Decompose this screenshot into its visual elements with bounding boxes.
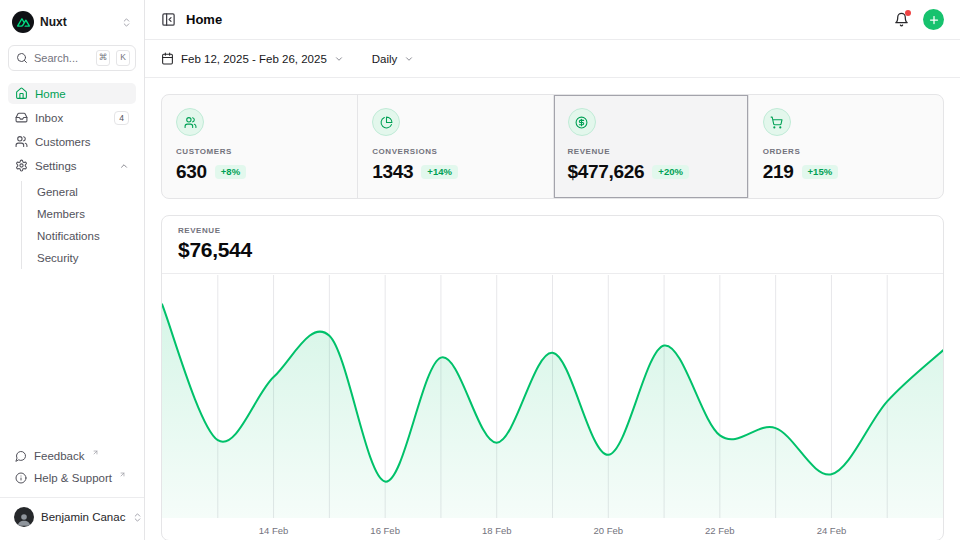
kbd-k: K [116, 50, 130, 65]
main-area: Home Feb 12, 2025 - Feb 26, 2025 [145, 0, 960, 540]
sidebar: Nuxt ⌘ K Home Inb [0, 0, 145, 540]
users-icon [15, 135, 28, 148]
page-title: Home [186, 12, 222, 27]
stat-label: Conversions [372, 147, 538, 156]
stats-row: Customers 630 +8% Conversions 1343 +14% [161, 94, 944, 199]
chevron-up-icon [119, 161, 129, 171]
sub-item-label: General [37, 186, 78, 198]
pie-chart-icon [372, 108, 400, 136]
date-range-label: Feb 12, 2025 - Feb 26, 2025 [181, 53, 327, 65]
sidebar-spacer [8, 269, 136, 445]
sidebar-item-general[interactable]: General [33, 181, 136, 203]
stat-card-customers[interactable]: Customers 630 +8% [162, 95, 357, 198]
footer-item-label: Feedback [34, 450, 85, 462]
chevrons-up-down-icon [121, 17, 132, 28]
filter-toolbar: Feb 12, 2025 - Feb 26, 2025 Daily [145, 40, 960, 78]
stat-card-conversions[interactable]: Conversions 1343 +14% [357, 95, 552, 198]
sub-item-label: Notifications [37, 230, 100, 242]
chart-header: Revenue $76,544 [162, 216, 943, 274]
x-axis-tick-label: 22 Feb [705, 525, 735, 536]
content: Customers 630 +8% Conversions 1343 +14% [145, 78, 960, 540]
delta-badge: +15% [802, 165, 839, 180]
sidebar-item-label: Customers [35, 136, 91, 148]
delta-badge: +20% [652, 165, 689, 180]
stat-label: Revenue [568, 147, 734, 156]
nuxt-logo-icon [12, 11, 34, 33]
stat-label: Customers [176, 147, 343, 156]
chevron-down-icon [404, 54, 414, 64]
footer-item-label: Help & Support [34, 472, 112, 484]
sidebar-item-home[interactable]: Home [8, 83, 136, 104]
sidebar-item-label: Home [35, 88, 66, 100]
sidebar-item-members[interactable]: Members [33, 203, 136, 225]
avatar [14, 507, 34, 527]
stat-label: Orders [763, 147, 929, 156]
info-circle-icon [15, 472, 27, 484]
user-name: Benjamin Canac [41, 511, 125, 523]
external-link-icon [119, 471, 126, 478]
user-menu[interactable]: Benjamin Canac [8, 504, 136, 530]
stat-value: $477,626 [568, 161, 645, 183]
chart-value: $76,544 [178, 238, 927, 262]
x-axis-tick-label: 16 Feb [370, 525, 400, 536]
granularity-select[interactable]: Daily [372, 53, 415, 65]
notification-dot [905, 10, 911, 16]
settings-sub-list: General Members Notifications Security [21, 181, 136, 269]
sidebar-nav: Home Inbox 4 Customers Settings [8, 83, 136, 269]
revenue-chart-card: Revenue $76,544 14 Feb16 Feb18 Feb20 Feb… [161, 215, 944, 540]
delta-badge: +8% [215, 165, 246, 180]
x-axis-tick-label: 20 Feb [593, 525, 623, 536]
notifications-button[interactable] [894, 12, 909, 27]
dollar-circle-icon [568, 108, 596, 136]
message-circle-icon [15, 450, 27, 462]
search-field[interactable] [34, 52, 90, 64]
help-support-link[interactable]: Help & Support [8, 467, 136, 489]
kbd-meta: ⌘ [96, 50, 110, 65]
sidebar-collapse-button[interactable] [161, 12, 176, 27]
chart-label: Revenue [178, 226, 927, 235]
sidebar-item-customers[interactable]: Customers [8, 131, 136, 152]
delta-badge: +14% [421, 165, 458, 180]
calendar-icon [161, 52, 174, 65]
inbox-icon [15, 111, 28, 124]
stat-card-revenue[interactable]: Revenue $477,626 +20% [553, 95, 748, 198]
stat-value: 1343 [372, 161, 413, 183]
external-link-icon [92, 449, 99, 456]
stat-value: 219 [763, 161, 794, 183]
x-axis-tick-label: 24 Feb [817, 525, 847, 536]
users-icon [176, 108, 204, 136]
x-axis-tick-label: 14 Feb [259, 525, 289, 536]
workspace-switcher[interactable]: Nuxt [8, 8, 136, 36]
chevrons-up-down-icon [132, 512, 143, 523]
feedback-link[interactable]: Feedback [8, 445, 136, 467]
app-window: Nuxt ⌘ K Home Inb [0, 0, 960, 540]
chart-svg: 14 Feb16 Feb18 Feb20 Feb22 Feb24 Feb [162, 274, 943, 540]
revenue-area-chart[interactable]: 14 Feb16 Feb18 Feb20 Feb22 Feb24 Feb [162, 274, 943, 540]
stat-card-orders[interactable]: Orders 219 +15% [748, 95, 943, 198]
inbox-count-badge: 4 [114, 111, 129, 125]
add-button[interactable] [923, 9, 944, 30]
home-icon [15, 87, 28, 100]
date-range-picker[interactable]: Feb 12, 2025 - Feb 26, 2025 [161, 52, 344, 65]
user-section: Benjamin Canac [0, 497, 144, 532]
granularity-label: Daily [372, 53, 398, 65]
sub-item-label: Members [37, 208, 85, 220]
gear-icon [15, 159, 28, 172]
sidebar-item-settings[interactable]: Settings [8, 155, 136, 176]
sidebar-item-label: Settings [35, 160, 77, 172]
workspace-name: Nuxt [40, 15, 115, 29]
sidebar-item-notifications[interactable]: Notifications [33, 225, 136, 247]
chevron-down-icon [334, 54, 344, 64]
topbar: Home [145, 0, 960, 40]
x-axis-tick-label: 18 Feb [482, 525, 512, 536]
search-icon [16, 52, 28, 64]
search-input[interactable]: ⌘ K [8, 45, 136, 71]
shopping-cart-icon [763, 108, 791, 136]
topbar-actions [894, 9, 944, 30]
sub-item-label: Security [37, 252, 79, 264]
sidebar-item-inbox[interactable]: Inbox 4 [8, 107, 136, 128]
sidebar-item-security[interactable]: Security [33, 247, 136, 269]
stat-value: 630 [176, 161, 207, 183]
sidebar-item-label: Inbox [35, 112, 63, 124]
